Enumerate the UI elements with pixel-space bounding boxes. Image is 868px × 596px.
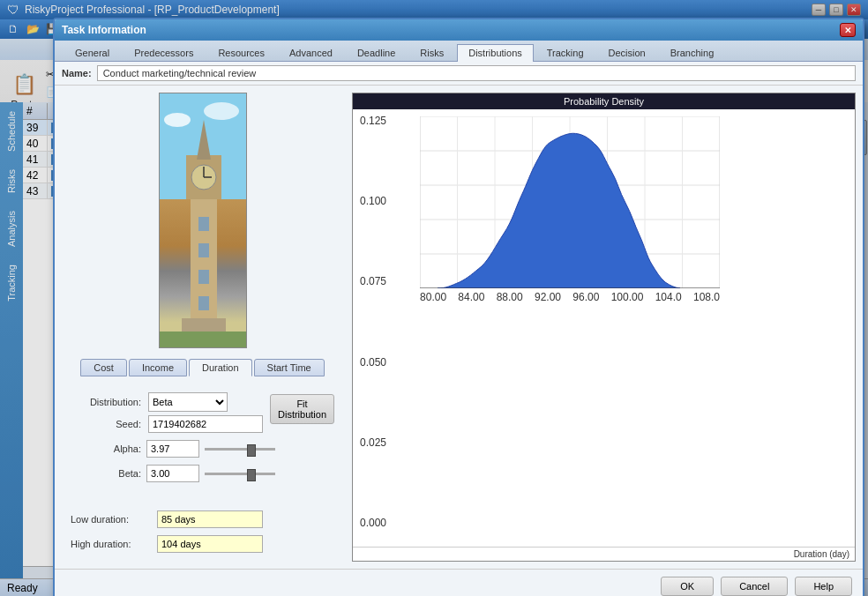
- dist-seed-fields: Distribution: Beta None Uniform Normal T…: [71, 392, 263, 433]
- dialog-title-bar: Task Information ✕: [55, 19, 863, 41]
- x-label-2: 84.00: [458, 291, 484, 303]
- chart-footer: Duration (day): [353, 547, 855, 561]
- low-duration-label: Low duration:: [71, 514, 150, 525]
- y-label-2: 0.025: [355, 436, 386, 449]
- dialog-close-btn[interactable]: ✕: [840, 23, 856, 37]
- distribution-label: Distribution:: [71, 397, 141, 407]
- sub-tabs: Cost Income Duration Start Time: [75, 355, 329, 376]
- alpha-slider[interactable]: [205, 448, 275, 451]
- svg-point-2: [204, 102, 239, 120]
- x-label-8: 108.0: [693, 291, 720, 303]
- sub-tab-income[interactable]: Income: [129, 359, 187, 376]
- dialog-tab-deadline[interactable]: Deadline: [346, 44, 407, 61]
- dialog-tab-general[interactable]: General: [64, 44, 121, 61]
- probability-density-chart: Probability Density 0.125 0.100 0.075 0.…: [352, 93, 856, 562]
- x-label-1: 80.00: [420, 291, 446, 303]
- alpha-label: Alpha:: [71, 443, 141, 454]
- alpha-row: Alpha:: [71, 440, 334, 458]
- x-label-5: 96.00: [572, 291, 599, 303]
- seed-label: Seed:: [71, 419, 141, 429]
- seed-row: Seed:: [71, 415, 263, 433]
- x-label-7: 104.0: [655, 291, 682, 303]
- dialog-left-panel: Cost Income Duration Start Time Distribu…: [62, 93, 343, 562]
- svg-rect-11: [198, 270, 209, 284]
- dist-seed-row: Distribution: Beta None Uniform Normal T…: [71, 392, 334, 433]
- distribution-form: Distribution: Beta None Uniform Normal T…: [62, 384, 343, 562]
- svg-rect-12: [198, 296, 209, 310]
- dialog-body: Cost Income Duration Start Time Distribu…: [55, 86, 863, 569]
- chart-panel: Probability Density 0.125 0.100 0.075 0.…: [352, 93, 856, 562]
- high-duration-input[interactable]: [157, 535, 263, 553]
- task-name-row: Name:: [55, 62, 863, 86]
- task-image: [159, 93, 247, 348]
- dialog-tab-bar: General Predecessors Resources Advanced …: [55, 41, 863, 62]
- x-label-4: 92.00: [535, 291, 561, 303]
- sub-tab-cost[interactable]: Cost: [80, 359, 127, 376]
- dialog-tab-tracking[interactable]: Tracking: [535, 44, 595, 61]
- y-axis-labels: 0.125 0.100 0.075 0.050 0.025 0.000: [355, 115, 386, 529]
- dialog-title-text: Task Information: [62, 24, 146, 36]
- dialog-footer: OK Cancel Help: [55, 569, 863, 596]
- distribution-row: Distribution: Beta None Uniform Normal T…: [71, 392, 263, 412]
- dialog-tab-branching[interactable]: Branching: [659, 44, 726, 61]
- x-label-6: 100.00: [611, 291, 644, 303]
- seed-input[interactable]: [148, 415, 263, 433]
- cancel-btn[interactable]: Cancel: [721, 577, 788, 596]
- ok-btn[interactable]: OK: [661, 577, 714, 596]
- beta-slider[interactable]: [205, 473, 275, 475]
- dialog-tab-resources[interactable]: Resources: [206, 44, 276, 61]
- dialog-tab-predecessors[interactable]: Predecessors: [123, 44, 205, 61]
- beta-row: Beta:: [71, 465, 334, 482]
- task-name-input[interactable]: [97, 65, 856, 81]
- sub-tab-duration[interactable]: Duration: [189, 359, 252, 376]
- low-duration-row: Low duration:: [71, 510, 334, 528]
- dialog-tab-decision[interactable]: Decision: [597, 44, 657, 61]
- x-axis-labels: 80.00 84.00 88.00 92.00 96.00 100.00 104…: [420, 291, 720, 303]
- distribution-select[interactable]: Beta None Uniform Normal Triangular Logn…: [148, 392, 228, 412]
- svg-rect-9: [198, 217, 209, 231]
- chart-title: Probability Density: [353, 93, 855, 109]
- high-duration-row: High duration:: [71, 535, 334, 553]
- sub-tab-start-time[interactable]: Start Time: [254, 359, 325, 376]
- fit-distribution-btn[interactable]: Fit Distribution: [270, 394, 334, 424]
- name-label: Name:: [62, 68, 92, 78]
- alpha-input[interactable]: [146, 440, 199, 458]
- svg-point-1: [164, 113, 191, 127]
- dialog-overlay: Task Information ✕ General Predecessors …: [0, 0, 868, 596]
- beta-label: Beta:: [71, 468, 141, 479]
- chart-content: 0.125 0.100 0.075 0.050 0.025 0.000: [353, 109, 855, 547]
- y-label-5: 0.100: [355, 195, 386, 207]
- dialog-tab-risks[interactable]: Risks: [408, 44, 455, 61]
- svg-rect-10: [198, 243, 209, 257]
- spacer: [71, 489, 334, 503]
- beta-input[interactable]: [146, 465, 199, 482]
- task-information-dialog: Task Information ✕ General Predecessors …: [53, 18, 864, 596]
- y-label-6: 0.125: [355, 115, 386, 127]
- y-label-4: 0.075: [355, 275, 386, 287]
- dialog-tab-distributions[interactable]: Distributions: [457, 44, 534, 62]
- dialog-tab-advanced[interactable]: Advanced: [278, 44, 344, 61]
- y-label-1: 0.000: [355, 517, 386, 529]
- help-btn[interactable]: Help: [795, 577, 852, 596]
- low-duration-input[interactable]: [157, 510, 263, 528]
- y-label-3: 0.050: [355, 356, 386, 369]
- chart-svg: [420, 116, 720, 288]
- high-duration-label: High duration:: [71, 539, 150, 549]
- svg-rect-14: [160, 332, 247, 348]
- x-label-3: 88.00: [497, 291, 523, 303]
